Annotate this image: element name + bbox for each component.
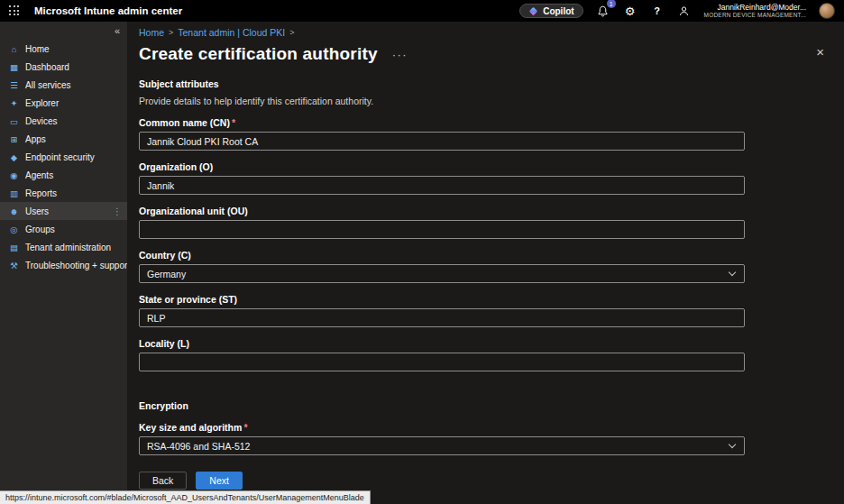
section-encryption: Encryption bbox=[139, 400, 844, 411]
close-icon[interactable]: × bbox=[816, 45, 824, 59]
country-value: Germany bbox=[147, 269, 186, 279]
organizational-unit-input[interactable] bbox=[139, 220, 745, 239]
field-common-name: Common name (CN)* bbox=[139, 117, 745, 151]
chevron-down-icon bbox=[729, 441, 736, 448]
users-icon: ☻ bbox=[9, 206, 19, 216]
sidebar-item-label: Home bbox=[25, 44, 50, 54]
tenant-admin-icon: ▤ bbox=[9, 243, 19, 252]
common-name-input[interactable] bbox=[139, 132, 745, 151]
all-services-icon: ☰ bbox=[9, 80, 19, 90]
groups-icon: ◎ bbox=[9, 225, 19, 234]
breadcrumb-separator: > bbox=[289, 28, 294, 37]
sidebar-item-label: Explorer bbox=[25, 98, 59, 108]
troubleshooting-icon: ⚒ bbox=[9, 261, 19, 270]
field-locality: Locality (L) bbox=[139, 338, 745, 371]
copilot-button[interactable]: Copilot bbox=[519, 4, 583, 18]
sidebar-item-label: Troubleshooting + support bbox=[25, 261, 127, 270]
state-province-label: State or province (ST) bbox=[139, 294, 745, 305]
key-size-value: RSA-4096 and SHA-512 bbox=[147, 441, 250, 452]
section-description: Provide details to help identify this ce… bbox=[139, 96, 844, 106]
shield-icon: ◆ bbox=[9, 152, 19, 162]
sidebar-item-label: Endpoint security bbox=[25, 152, 95, 162]
breadcrumb-home-link[interactable]: Home bbox=[139, 27, 164, 38]
field-country: Country (C) Germany bbox=[139, 250, 745, 283]
sidebar-item-dashboard[interactable]: ▦ Dashboard bbox=[0, 58, 127, 76]
copilot-icon bbox=[528, 6, 538, 16]
sidebar-item-apps[interactable]: ⊞ Apps bbox=[0, 130, 127, 148]
locality-input[interactable] bbox=[139, 353, 745, 371]
feedback-icon[interactable] bbox=[677, 4, 692, 18]
main-blade: Home > Tenant admin | Cloud PKI > Create… bbox=[127, 22, 844, 504]
wizard-footer: Back Next bbox=[139, 472, 243, 490]
collapse-chevron-icon: « bbox=[115, 25, 120, 36]
locality-label: Locality (L) bbox=[139, 338, 745, 349]
sidebar: « ⌂ Home ▦ Dashboard ☰ All services ✦ Ex… bbox=[0, 22, 127, 504]
dashboard-icon: ▦ bbox=[9, 62, 19, 72]
organization-label: Organization (O) bbox=[139, 161, 745, 172]
organization-input[interactable] bbox=[139, 176, 745, 195]
browser-link-preview: https://intune.microsoft.com/#blade/Micr… bbox=[0, 490, 371, 504]
sidebar-item-all-services[interactable]: ☰ All services bbox=[0, 76, 127, 94]
help-icon[interactable]: ? bbox=[650, 4, 665, 18]
sidebar-item-devices[interactable]: ▭ Devices bbox=[0, 112, 127, 130]
common-name-label: Common name (CN) bbox=[139, 117, 230, 128]
country-select[interactable]: Germany bbox=[139, 264, 745, 283]
apps-icon: ⊞ bbox=[9, 134, 19, 144]
next-button[interactable]: Next bbox=[196, 472, 243, 490]
country-label: Country (C) bbox=[139, 250, 745, 261]
account-tenant: MODERN DEVICE MANAGEMENT... bbox=[704, 12, 806, 19]
field-key-size-algorithm: Key size and algorithm* RSA-4096 and SHA… bbox=[139, 422, 745, 455]
sidebar-item-endpoint-security[interactable]: ◆ Endpoint security bbox=[0, 148, 127, 166]
context-menu-icon[interactable]: ⋮ bbox=[113, 206, 122, 216]
explorer-icon: ✦ bbox=[9, 98, 19, 108]
section-subject-attributes: Subject attributes bbox=[139, 78, 844, 89]
devices-icon: ▭ bbox=[9, 116, 19, 126]
sidebar-item-home[interactable]: ⌂ Home bbox=[0, 40, 127, 58]
breadcrumb-separator: > bbox=[169, 28, 173, 37]
topbar-actions: Copilot 1 ⚙ ? JannikReinhard@Moder... MO… bbox=[519, 3, 835, 19]
sidebar-collapse-button[interactable]: « bbox=[0, 22, 127, 40]
notifications-bell-icon[interactable]: 1 bbox=[596, 4, 610, 18]
agents-icon: ◉ bbox=[9, 170, 19, 180]
sidebar-item-label: Devices bbox=[25, 116, 58, 126]
required-asterisk: * bbox=[243, 422, 247, 433]
sidebar-item-label: All services bbox=[25, 80, 71, 90]
chevron-down-icon bbox=[729, 269, 736, 276]
account-name: JannikReinhard@Moder... bbox=[704, 3, 806, 12]
copilot-label: Copilot bbox=[543, 6, 573, 16]
sidebar-item-label: Reports bbox=[25, 188, 57, 198]
home-icon: ⌂ bbox=[9, 44, 19, 54]
sidebar-item-label: Dashboard bbox=[25, 62, 69, 72]
sidebar-item-label: Users bbox=[25, 206, 49, 216]
field-organizational-unit: Organizational unit (OU) bbox=[139, 206, 745, 239]
sidebar-item-label: Apps bbox=[25, 134, 46, 144]
app-title: Microsoft Intune admin center bbox=[34, 5, 182, 16]
key-size-select[interactable]: RSA-4096 and SHA-512 bbox=[139, 436, 745, 455]
sidebar-item-groups[interactable]: ◎ Groups bbox=[0, 220, 127, 238]
organizational-unit-label: Organizational unit (OU) bbox=[139, 206, 745, 216]
field-organization: Organization (O) bbox=[139, 161, 745, 195]
notification-badge: 1 bbox=[607, 0, 616, 8]
avatar[interactable] bbox=[819, 3, 835, 19]
reports-icon: ▥ bbox=[9, 188, 19, 198]
sidebar-item-users[interactable]: ☻ Users ⋮ bbox=[0, 202, 127, 220]
back-button[interactable]: Back bbox=[139, 472, 187, 490]
sidebar-item-tenant-administration[interactable]: ▤ Tenant administration bbox=[0, 238, 127, 256]
account-menu[interactable]: JannikReinhard@Moder... MODERN DEVICE MA… bbox=[704, 3, 806, 19]
breadcrumb-tenant-admin-link[interactable]: Tenant admin | Cloud PKI bbox=[178, 27, 285, 38]
more-options-icon[interactable]: ··· bbox=[392, 48, 408, 61]
sidebar-item-agents[interactable]: ◉ Agents bbox=[0, 166, 127, 184]
required-asterisk: * bbox=[232, 117, 235, 128]
state-province-input[interactable] bbox=[139, 308, 745, 327]
key-size-label: Key size and algorithm bbox=[139, 422, 242, 433]
sidebar-item-label: Groups bbox=[25, 225, 55, 234]
waffle-menu-icon[interactable] bbox=[9, 5, 20, 16]
sidebar-item-label: Tenant administration bbox=[25, 243, 111, 252]
sidebar-item-label: Agents bbox=[25, 170, 53, 180]
sidebar-item-reports[interactable]: ▥ Reports bbox=[0, 184, 127, 202]
settings-gear-icon[interactable]: ⚙ bbox=[623, 4, 638, 18]
top-bar: Microsoft Intune admin center Copilot 1 … bbox=[0, 0, 844, 22]
breadcrumb: Home > Tenant admin | Cloud PKI > bbox=[139, 27, 844, 38]
sidebar-item-explorer[interactable]: ✦ Explorer bbox=[0, 94, 127, 112]
sidebar-item-troubleshooting[interactable]: ⚒ Troubleshooting + support bbox=[0, 256, 127, 274]
